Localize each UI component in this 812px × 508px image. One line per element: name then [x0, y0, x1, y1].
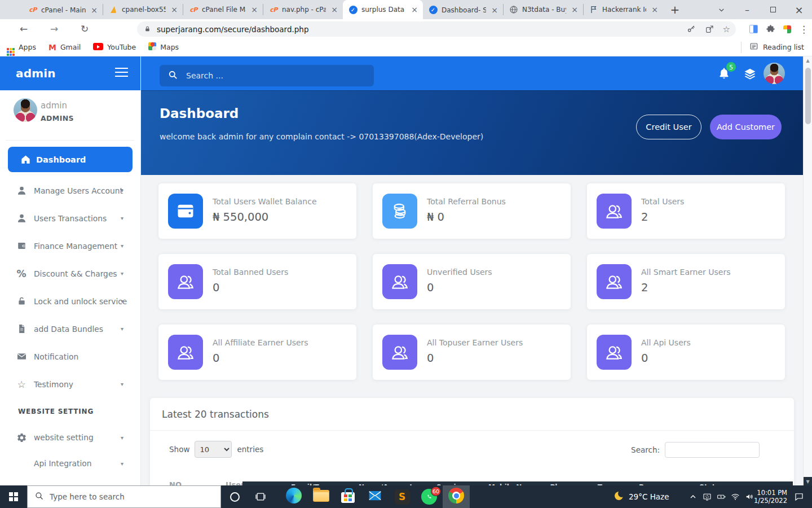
browser-menu-icon[interactable]: ⋮: [799, 24, 809, 35]
cast[interactable]: [700, 485, 714, 508]
store[interactable]: [334, 485, 361, 508]
notification-bell-icon[interactable]: 5: [717, 67, 732, 81]
bookmark-item[interactable]: YouTube: [93, 42, 136, 52]
tab-close-icon[interactable]: ×: [490, 6, 499, 15]
chevron-down-icon: ▾: [121, 215, 123, 221]
file-explorer[interactable]: [307, 485, 334, 508]
sidebar-item[interactable]: Manage Users Account ▾: [0, 177, 140, 204]
tab-close-icon[interactable]: ×: [330, 5, 339, 14]
tab-close-icon[interactable]: ×: [570, 5, 579, 14]
moon-icon: [615, 492, 623, 502]
mail[interactable]: [361, 485, 389, 508]
stat-card: All Affiliate Earner Users 0: [158, 325, 356, 380]
sidebar-item[interactable]: website setting ▾: [0, 424, 140, 450]
bookmark-item[interactable]: M Gmail: [48, 42, 81, 52]
extension-icon[interactable]: [783, 25, 791, 33]
address-bar[interactable]: superjarang.com/secure/dashboard.php ☆: [137, 21, 736, 37]
weather-widget[interactable]: 29°C Haze: [615, 485, 669, 508]
sublime-text[interactable]: S: [389, 485, 416, 508]
taskbar-search-input[interactable]: [50, 492, 214, 501]
url-text[interactable]: superjarang.com/secure/dashboard.php: [157, 25, 687, 34]
share-icon[interactable]: [705, 25, 714, 34]
navbar-search[interactable]: [160, 65, 374, 86]
back-icon[interactable]: ←: [16, 23, 32, 34]
lock-icon[interactable]: [144, 25, 151, 33]
bookmark-item[interactable]: Apps: [7, 42, 36, 52]
browser-tab[interactable]: cP nav.php - cPane ×: [263, 4, 343, 15]
extensions-puzzle-icon[interactable]: [766, 24, 775, 34]
key-icon[interactable]: [687, 25, 696, 34]
tab-close-icon[interactable]: ×: [650, 5, 659, 14]
new-tab-button[interactable]: +: [668, 2, 682, 17]
avatar[interactable]: [764, 63, 785, 86]
transactions-title: Latest 20 transactions: [162, 409, 269, 420]
tab-title: cPanel File Man: [202, 6, 246, 14]
reload-icon[interactable]: ↻: [77, 23, 92, 34]
task-view-button[interactable]: [249, 485, 272, 508]
tab-close-icon[interactable]: ×: [90, 6, 99, 15]
table-search-input[interactable]: [665, 442, 760, 458]
sidebar-item[interactable]: ☆ Testimony ▾: [0, 370, 140, 398]
wifi[interactable]: [728, 485, 742, 508]
search-input[interactable]: [186, 71, 366, 80]
taskbar-clock[interactable]: 10:01 PM 1/25/2022: [754, 485, 787, 508]
sidebar-item[interactable]: % Discount && Charges ▾: [0, 260, 140, 287]
bookmark-icon: [7, 42, 15, 52]
side-panel-icon[interactable]: [749, 25, 758, 33]
scrollbar[interactable]: ▲ ▼: [803, 56, 812, 485]
battery[interactable]: [714, 485, 728, 508]
restore[interactable]: [760, 0, 786, 19]
add-customer-button[interactable]: Add Customer: [710, 115, 782, 139]
sidebar-item[interactable]: Dashboard: [8, 147, 133, 172]
layers-icon[interactable]: [743, 67, 757, 81]
chrome[interactable]: [443, 485, 470, 508]
hamburger-menu-icon[interactable]: [115, 68, 128, 80]
taskbar-search[interactable]: [27, 485, 221, 508]
whatsapp[interactable]: 60: [416, 485, 443, 508]
browser-tab[interactable]: ✓ surplus Data - C ×: [343, 0, 423, 19]
sidebar-item[interactable]: Api Integration ▾: [0, 450, 140, 476]
tab-chevron[interactable]: [708, 0, 734, 19]
stat-card-icon: [597, 194, 632, 229]
browser-tab[interactable]: cP cPanel - Main ×: [23, 1, 103, 19]
scroll-up-icon[interactable]: ▲: [804, 58, 812, 63]
tab-favicon: cP: [269, 5, 278, 14]
sidebar-item[interactable]: Finance Management ▾: [0, 232, 140, 260]
sidebar-item[interactable]: Users Transactions ▾: [0, 204, 140, 232]
sidebar-item[interactable]: Notification: [0, 343, 140, 370]
sidebar-item-label: Manage Users Account: [34, 186, 116, 195]
sidebar-item[interactable]: add Data Bundles ▾: [0, 315, 140, 343]
browser-tab[interactable]: Hackerrank Ico ×: [583, 4, 663, 15]
chevron-down-icon: ▾: [121, 381, 123, 387]
user-role: ADMINS: [41, 114, 74, 122]
sidebar-item-icon: ☆: [15, 378, 28, 391]
forward-icon[interactable]: →: [46, 23, 62, 34]
scroll-down-icon[interactable]: ▼: [804, 479, 812, 484]
minimize[interactable]: –: [734, 0, 760, 19]
browser-tab[interactable]: cpanel-box552 ×: [103, 4, 183, 15]
credit-user-button[interactable]: Credit User: [636, 115, 701, 139]
scrollbar-thumb[interactable]: [805, 68, 811, 124]
sidebar-item-icon: [15, 457, 28, 470]
browser-tab[interactable]: N3tdata - Buy A ×: [503, 4, 583, 15]
tab-close-icon[interactable]: ×: [250, 5, 259, 14]
edge[interactable]: [280, 485, 307, 508]
stat-card-value: 2: [641, 281, 648, 294]
stat-card: Total Users 2: [587, 183, 785, 239]
tab-close-icon[interactable]: ×: [410, 5, 419, 14]
chevron-up[interactable]: [686, 485, 700, 508]
browser-tab[interactable]: cP cPanel File Man ×: [183, 4, 263, 15]
action-center-button[interactable]: [789, 485, 809, 508]
bookmark-item[interactable]: Maps: [148, 42, 179, 52]
browser-tab[interactable]: ✓ Dashboard- SU ×: [423, 1, 503, 19]
close[interactable]: ×: [786, 0, 812, 19]
cortana-button[interactable]: [223, 485, 246, 508]
sidebar-item[interactable]: Lock and unlock service ▾: [0, 287, 140, 315]
brand-title: admin: [16, 67, 56, 80]
reading-list-button[interactable]: Reading list: [741, 42, 804, 53]
bookmark-star-icon[interactable]: ☆: [723, 24, 730, 34]
start-button[interactable]: [0, 485, 27, 508]
tab-close-icon[interactable]: ×: [170, 5, 179, 14]
sidebar-item-label: Lock and unlock service: [34, 297, 116, 306]
entries-select[interactable]: 10: [195, 441, 232, 458]
